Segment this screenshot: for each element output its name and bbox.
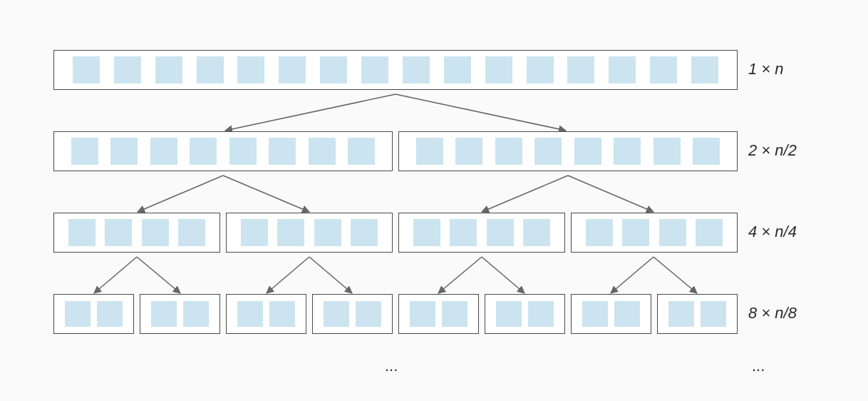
cell (97, 301, 123, 327)
cell (523, 219, 550, 246)
cell (413, 219, 440, 246)
cell (105, 219, 132, 246)
cell (320, 56, 347, 83)
cell (324, 301, 349, 327)
cell (241, 219, 268, 246)
arrow (94, 257, 137, 293)
arrow (396, 94, 566, 131)
array-group (226, 213, 393, 253)
cell (65, 301, 91, 327)
arrow (611, 257, 653, 293)
cell (534, 138, 562, 165)
cell (691, 56, 718, 83)
cell (190, 138, 217, 165)
array-group (398, 213, 565, 253)
cell (485, 56, 512, 83)
arrow (267, 257, 309, 293)
cell (495, 138, 522, 165)
arrow (137, 257, 180, 293)
arrow (653, 257, 697, 293)
cell (361, 56, 388, 83)
cell (237, 301, 263, 327)
array-group (571, 294, 651, 334)
array-group (398, 294, 479, 334)
cell (582, 301, 608, 327)
cell (197, 56, 224, 83)
cell (609, 56, 636, 83)
cell (527, 56, 554, 83)
cell (528, 301, 554, 327)
cell (701, 301, 726, 327)
cell (496, 301, 522, 327)
cell (237, 56, 264, 83)
array-group (657, 294, 738, 334)
arrow (482, 257, 525, 293)
ellipsis-center: ... (385, 357, 398, 375)
cell (487, 219, 514, 246)
level-0-label: 1 × n (748, 60, 855, 78)
cell (693, 138, 720, 165)
cell (455, 138, 482, 165)
array-group (398, 131, 738, 171)
cell (277, 219, 304, 246)
cell (450, 219, 477, 246)
cell (348, 138, 375, 165)
array-group (485, 294, 565, 334)
arrow (309, 257, 352, 293)
level-3-row (53, 294, 738, 334)
array-group (53, 294, 134, 334)
array-group (140, 294, 220, 334)
cell (653, 138, 681, 165)
level-0-row (53, 50, 738, 90)
arrow (225, 94, 396, 131)
level-2-row (53, 213, 738, 253)
cell (659, 219, 686, 246)
level-2-label: 4 × n/4 (748, 223, 855, 241)
cell (567, 56, 594, 83)
cell (279, 56, 306, 83)
cell (614, 138, 641, 165)
cell (229, 138, 257, 165)
cell (142, 219, 169, 246)
cell (351, 219, 378, 246)
array-group (53, 213, 220, 253)
ellipsis-right: ... (752, 357, 765, 375)
cell (71, 138, 98, 165)
cell (410, 301, 435, 327)
arrow (223, 176, 309, 212)
cell (586, 219, 613, 246)
cell (314, 219, 341, 246)
arrow (482, 176, 568, 212)
cell (73, 56, 100, 83)
cell (183, 301, 209, 327)
cell (650, 56, 677, 83)
cell (114, 56, 141, 83)
array-group (312, 294, 393, 334)
cell (442, 301, 467, 327)
cell (110, 138, 138, 165)
cell (155, 56, 182, 83)
cell (151, 301, 177, 327)
level-1-label: 2 × n/2 (748, 141, 855, 160)
cell (444, 56, 471, 83)
cell (416, 138, 443, 165)
cell (614, 301, 640, 327)
cell (574, 138, 601, 165)
level-3-label: 8 × n/8 (748, 304, 855, 323)
level-1-row (53, 131, 738, 171)
cell (269, 301, 295, 327)
cell (68, 219, 95, 246)
recursion-tree-diagram: 1 × n 2 × n/2 4 × n/4 (0, 0, 868, 401)
arrow (438, 257, 482, 293)
cell (178, 219, 205, 246)
array-group (53, 50, 738, 90)
cell (622, 219, 649, 246)
cell (668, 301, 694, 327)
array-group (571, 213, 738, 253)
arrow (568, 176, 653, 212)
arrow (138, 176, 223, 212)
array-group (53, 131, 393, 171)
cell (150, 138, 177, 165)
array-group (226, 294, 306, 334)
cell (403, 56, 430, 83)
